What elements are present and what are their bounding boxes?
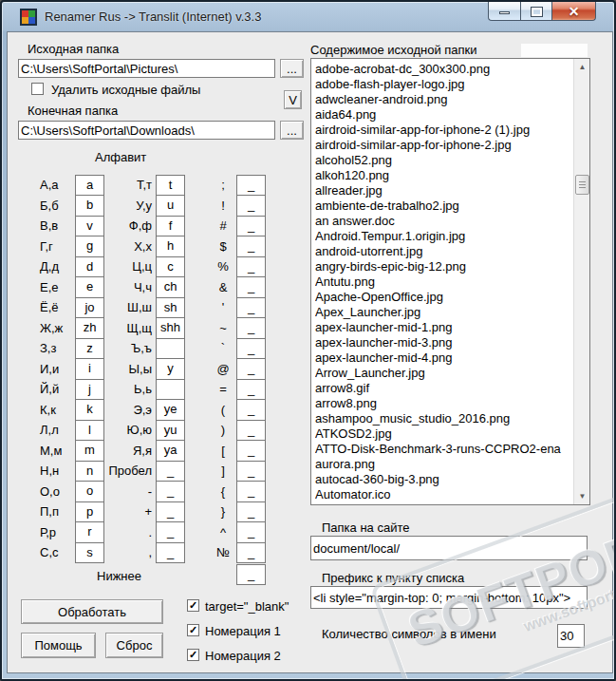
minimize-icon: [499, 11, 510, 14]
file-list-item[interactable]: ATKOSD2.jpg: [315, 426, 572, 442]
translit-input[interactable]: sh: [156, 297, 185, 319]
scroll-down-icon[interactable]: ▼: [574, 488, 590, 504]
translit-input[interactable]: _: [236, 379, 266, 401]
alphabet-char-label: (: [211, 403, 235, 417]
file-list-item[interactable]: alcohol52.png: [315, 153, 572, 168]
translit-input[interactable]: c: [156, 256, 185, 278]
alphabet-row: -_: [97, 482, 187, 502]
translit-input[interactable]: _: [236, 542, 266, 564]
file-list-item[interactable]: ATTO-Disk-Benchmark-3-runs-CCPRO2-ena: [315, 442, 572, 457]
file-list-item[interactable]: ashampoo_music_studio_2016.png: [315, 411, 572, 426]
translit-input[interactable]: _: [156, 542, 185, 564]
file-list-item[interactable]: Apex_Launcher.jpg: [315, 305, 572, 320]
file-list-item[interactable]: alkoh120.png: [315, 168, 572, 183]
translit-input[interactable]: _: [236, 399, 266, 421]
name-length-input[interactable]: [557, 624, 585, 648]
option-checkbox[interactable]: ✓: [187, 649, 199, 661]
minimize-button[interactable]: [488, 1, 520, 21]
alphabet-row: Ч,чch: [97, 277, 187, 298]
translit-input[interactable]: _: [236, 521, 266, 543]
file-list-item[interactable]: arrow8.png: [315, 396, 572, 411]
file-list-item[interactable]: airdroid-similar-app-for-iphone-2 (1).jp…: [315, 123, 572, 138]
file-list-item[interactable]: apex-launcher-mid-3.png: [315, 335, 572, 350]
file-list-item[interactable]: adobe-acrobat-dc_300x300.png: [315, 62, 572, 77]
file-list-item[interactable]: airdroid-similar-app-for-iphone-2.jpg: [315, 138, 572, 153]
process-button[interactable]: Обработать: [21, 599, 163, 624]
translit-input[interactable]: _: [236, 461, 266, 482]
translit-input[interactable]: _: [236, 236, 266, 257]
option-checkbox[interactable]: ✓: [187, 599, 199, 612]
source-folder-input[interactable]: [18, 59, 275, 78]
lower-input[interactable]: _: [236, 564, 266, 585]
file-list-item[interactable]: adwcleaner-android.png: [315, 92, 572, 107]
translit-input[interactable]: ch: [156, 276, 185, 298]
file-list-item[interactable]: aurora.png: [315, 457, 572, 472]
v-button[interactable]: V: [284, 90, 302, 109]
translit-input[interactable]: _: [236, 420, 266, 442]
file-list-item[interactable]: Arrow_Launcher.jpg: [315, 366, 572, 381]
translit-input[interactable]: _: [236, 256, 266, 278]
dest-folder-input[interactable]: [18, 121, 275, 140]
translit-input[interactable]: y: [156, 358, 185, 380]
translit-input[interactable]: _: [156, 521, 185, 543]
translit-input[interactable]: _: [236, 440, 266, 462]
file-list-item[interactable]: apex-launcher-mid-1.png: [315, 320, 572, 335]
file-list-item[interactable]: ambiente-de-trabalho2.jpg: [315, 199, 572, 214]
file-listbox[interactable]: adobe-acrobat-dc_300x300.pngadobe-flash-…: [310, 58, 590, 505]
translit-input[interactable]: _: [236, 317, 266, 339]
scroll-thumb[interactable]: [575, 175, 589, 195]
translit-input[interactable]: _: [236, 358, 266, 380]
file-list-item[interactable]: angry-birds-epic-big-12.png: [315, 259, 572, 274]
alphabet-char-label: +: [97, 504, 152, 519]
translit-input[interactable]: _: [236, 481, 266, 502]
translit-input[interactable]: _: [156, 481, 185, 502]
delete-source-checkbox[interactable]: [31, 83, 44, 95]
alphabet-row: #_: [211, 216, 268, 236]
list-scrollbar[interactable]: ▲ ▼: [573, 59, 589, 504]
translit-input[interactable]: _: [236, 501, 266, 523]
reset-button[interactable]: Сброс: [105, 633, 163, 658]
translit-input[interactable]: _: [236, 175, 266, 197]
close-button[interactable]: ✕: [552, 1, 596, 21]
file-list-item[interactable]: Android.Tempur.1.origin.jpg: [315, 229, 572, 244]
title-bar[interactable]: Renamer Rus -> Translit (Internet) v.3.3…: [2, 2, 614, 31]
source-browse-button[interactable]: ...: [280, 59, 304, 78]
file-list-item[interactable]: Antutu.png: [315, 274, 572, 290]
option-checkbox[interactable]: ✓: [187, 624, 199, 636]
translit-input[interactable]: h: [156, 236, 185, 257]
translit-input[interactable]: _: [236, 338, 266, 360]
file-list-item[interactable]: android-utorrent.jpg: [315, 244, 572, 259]
site-folder-input[interactable]: [310, 536, 588, 560]
file-list-item[interactable]: adobe-flash-player-logo.jpg: [315, 77, 572, 92]
translit-input[interactable]: _: [236, 216, 266, 237]
translit-input[interactable]: f: [156, 216, 185, 237]
alphabet-row: Ы,ыy: [97, 359, 187, 380]
translit-input[interactable]: _: [236, 195, 266, 217]
translit-input[interactable]: yu: [156, 420, 185, 442]
scroll-up-icon[interactable]: ▲: [574, 59, 590, 75]
translit-input[interactable]: ye: [156, 399, 185, 421]
file-list-item[interactable]: Apache-OpenOffice.jpg: [315, 290, 572, 305]
file-list-item[interactable]: aida64.png: [315, 107, 572, 123]
file-list-item[interactable]: Automator.ico: [315, 487, 572, 502]
file-list-item[interactable]: apex-launcher-mid-4.png: [315, 350, 572, 366]
help-button[interactable]: Помощь: [21, 633, 96, 658]
translit-input[interactable]: _: [156, 461, 185, 482]
translit-input[interactable]: shh: [156, 317, 185, 339]
file-list-item[interactable]: allreader.jpg: [315, 183, 572, 199]
alphabet-row: Ф,фf: [97, 216, 187, 236]
translit-input[interactable]: _: [236, 297, 266, 319]
translit-input[interactable]: t: [156, 175, 185, 197]
translit-input[interactable]: ya: [156, 440, 185, 462]
translit-input[interactable]: _: [236, 276, 266, 298]
maximize-button[interactable]: [520, 1, 552, 21]
file-list-item[interactable]: an answer.doc: [315, 214, 572, 229]
translit-input[interactable]: [156, 338, 185, 360]
translit-input[interactable]: u: [156, 195, 185, 217]
translit-input[interactable]: [156, 379, 185, 401]
file-list-item[interactable]: arrow8.gif: [315, 381, 572, 396]
file-list-item[interactable]: autocad-360-big-3.png: [315, 472, 572, 487]
prefix-input[interactable]: [310, 586, 588, 609]
translit-input[interactable]: _: [156, 501, 185, 523]
dest-browse-button[interactable]: ...: [280, 121, 304, 140]
